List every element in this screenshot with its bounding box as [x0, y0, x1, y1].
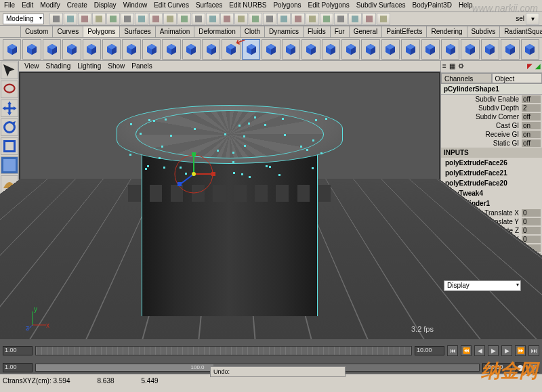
menu-edit-polygons[interactable]: Edit Polygons [308, 1, 350, 10]
manipulator-gizmo[interactable] [167, 147, 221, 201]
shelf-item-14[interactable] [282, 39, 300, 60]
viewport-persp[interactable]: y x z 3.2 fps [19, 72, 440, 339]
toolbar-btn-19[interactable] [320, 13, 333, 25]
attr-row[interactable]: Subdiv Depth2 [441, 104, 542, 112]
menu-create[interactable]: Create [67, 1, 87, 10]
shelf-item-21[interactable] [421, 39, 440, 60]
sel-mask-icon[interactable]: ▾ [526, 13, 539, 25]
toolbar-btn-8[interactable] [163, 13, 177, 25]
lasso-tool[interactable] [1, 81, 18, 98]
toolbar-btn-1[interactable] [64, 13, 77, 25]
toolbar-btn-23[interactable] [377, 13, 390, 25]
attr-row[interactable]: Static GIoff [441, 139, 542, 148]
toolbar-btn-18[interactable] [306, 13, 319, 25]
toolbar-btn-3[interactable] [92, 13, 106, 25]
range-start-field[interactable]: 1.00 [3, 363, 33, 372]
channel-icon[interactable]: ≡ [442, 62, 446, 71]
next-frame-icon[interactable]: ▶ [501, 345, 512, 356]
menu-window[interactable]: Window [123, 1, 148, 10]
menu-polygons[interactable]: Polygons [273, 1, 301, 10]
menu-surfaces[interactable]: Surfaces [196, 1, 222, 10]
expand-icon[interactable]: ◤ [527, 62, 533, 71]
toolbar-btn-20[interactable] [334, 13, 348, 25]
toolbar-btn-5[interactable] [121, 13, 134, 25]
vp-menu-view[interactable]: View [24, 62, 39, 70]
move-tool[interactable] [1, 100, 18, 117]
shelf-item-20[interactable] [401, 39, 419, 60]
history-node[interactable]: polyExtrudeFace21 [441, 168, 542, 178]
menu-bodypaint3d[interactable]: BodyPaint3D [413, 1, 452, 10]
toolbar-btn-21[interactable] [348, 13, 362, 25]
toolbar-btn-10[interactable] [192, 13, 205, 25]
toolbar-btn-13[interactable] [234, 13, 248, 25]
shelf-item-17[interactable] [341, 39, 360, 60]
shelf-tab-general[interactable]: General [349, 26, 383, 37]
vp-menu-lighting[interactable]: Lighting [77, 62, 101, 70]
history-node[interactable]: polyExtrudeFace20 [441, 178, 542, 188]
attr-row[interactable]: Subdiv Enableoff [441, 95, 542, 104]
menu-display[interactable]: Display [94, 1, 117, 10]
shelf-item-19[interactable] [381, 39, 400, 60]
shelf-tab-surfaces[interactable]: Surfaces [119, 26, 155, 37]
vp-menu-show[interactable]: Show [108, 62, 125, 70]
tab-channels[interactable]: Channels [441, 73, 492, 83]
menu-help[interactable]: Help [459, 1, 473, 10]
toolbar-btn-15[interactable] [263, 13, 276, 25]
shelf-tab-dynamics[interactable]: Dynamics [264, 26, 304, 37]
toolbar-btn-0[interactable] [49, 13, 63, 25]
vp-menu-panels[interactable]: Panels [131, 62, 152, 70]
rotate-tool[interactable] [1, 118, 18, 136]
shelf-item-8[interactable] [162, 39, 180, 60]
shelf-item-18[interactable] [361, 39, 379, 60]
toolbar-btn-12[interactable] [220, 13, 234, 25]
shelf-tab-custom[interactable]: Custom [20, 26, 53, 37]
menu-edit-curves[interactable]: Edit Curves [154, 1, 189, 10]
shelf-tab-painteffects[interactable]: PaintEffects [381, 26, 427, 37]
menu-edit-nurbs[interactable]: Edit NURBS [229, 1, 266, 10]
shelf-item-0[interactable] [3, 39, 21, 60]
toolbar-btn-2[interactable] [78, 13, 91, 25]
shelf-tab-rendering[interactable]: Rendering [426, 26, 467, 37]
collapse-icon[interactable]: ◢ [535, 62, 541, 71]
shelf-item-6[interactable] [122, 39, 140, 60]
toolbar-btn-9[interactable] [178, 13, 191, 25]
time-start-field[interactable]: 1.00 [3, 346, 33, 355]
attr-icon[interactable]: ▦ [449, 62, 455, 71]
step-fwd-icon[interactable]: ⏩ [515, 345, 526, 356]
toolbar-btn-4[interactable] [106, 13, 120, 25]
shape-name[interactable]: pCylinderShape1 [441, 84, 542, 95]
menu-modify[interactable]: Modify [40, 1, 60, 10]
shelf-item-22[interactable] [441, 39, 459, 60]
toolbar-btn-6[interactable] [135, 13, 148, 25]
display-dropdown[interactable]: Display [444, 280, 521, 291]
rewind-icon[interactable]: ⏮ [447, 345, 458, 356]
shelf-item-26[interactable] [521, 39, 539, 60]
shelf-item-3[interactable] [62, 39, 81, 60]
prev-frame-icon[interactable]: ◀ [474, 345, 485, 356]
shelf-tab-curves[interactable]: Curves [52, 26, 83, 37]
menu-subdiv-surfaces[interactable]: Subdiv Surfaces [356, 1, 406, 10]
fwd-end-icon[interactable]: ⏭ [528, 345, 539, 356]
shelf-item-2[interactable] [43, 39, 61, 60]
shelf-tab-radiantsquare[interactable]: RadiantSquare [499, 26, 542, 37]
scale-tool[interactable] [1, 137, 18, 155]
menu-edit[interactable]: Edit [22, 1, 33, 10]
shelf-item-16[interactable] [322, 39, 340, 60]
shelf-item-15[interactable] [301, 39, 320, 60]
shelf-item-25[interactable] [501, 39, 519, 60]
shelf-item-23[interactable] [461, 39, 479, 60]
vp-menu-shading[interactable]: Shading [46, 62, 71, 70]
shelf-item-10[interactable] [202, 39, 220, 60]
menu-file[interactable]: File [4, 1, 15, 10]
shelf-tab-fur[interactable]: Fur [330, 26, 350, 37]
history-node[interactable]: polyExtrudeFace26 [441, 158, 542, 168]
toolbar-btn-7[interactable] [149, 13, 163, 25]
step-back-icon[interactable]: ⏪ [461, 345, 472, 356]
shelf-item-13[interactable] [262, 39, 280, 60]
shelf-tab-animation[interactable]: Animation [155, 26, 194, 37]
attr-row[interactable]: Receive GIon [441, 130, 542, 139]
tool-icon[interactable]: ⚙ [458, 62, 464, 71]
toolbar-btn-14[interactable] [249, 13, 262, 25]
shelf-item-9[interactable] [182, 39, 201, 60]
toolbar-btn-11[interactable] [206, 13, 220, 25]
